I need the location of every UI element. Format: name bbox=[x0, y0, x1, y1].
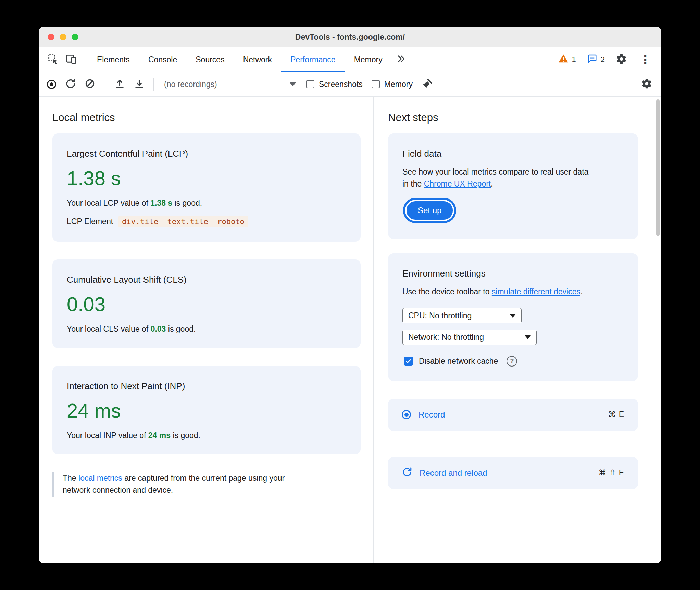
record-button[interactable] bbox=[47, 80, 56, 89]
field-data-body-suffix: . bbox=[491, 179, 493, 188]
record-reload-shortcut: ⌘ ⇧ E bbox=[599, 468, 624, 477]
clear-button[interactable] bbox=[85, 78, 95, 90]
close-window-button[interactable] bbox=[48, 34, 54, 40]
save-profile-button[interactable] bbox=[134, 78, 145, 90]
screenshots-label[interactable]: Screenshots bbox=[319, 80, 363, 89]
memory-checkbox[interactable] bbox=[372, 80, 380, 88]
memory-checkbox-group: Memory bbox=[372, 80, 413, 89]
block-icon bbox=[85, 78, 95, 90]
network-throttling-select[interactable]: Network: No throttling bbox=[402, 330, 537, 345]
lcp-element-node-link[interactable]: div.tile__text.tile__roboto bbox=[118, 216, 248, 227]
inp-card: Interaction to Next Paint (INP) 24 ms Yo… bbox=[52, 366, 361, 454]
warnings-indicator[interactable]: 1 bbox=[558, 53, 576, 66]
titlebar: DevTools - fonts.google.com/ bbox=[39, 27, 661, 47]
devtools-settings-button[interactable] bbox=[616, 53, 627, 66]
inspect-element-button[interactable] bbox=[43, 50, 62, 69]
chrome-ux-report-link[interactable]: Chrome UX Report bbox=[424, 179, 491, 188]
cls-title: Cumulative Layout Shift (CLS) bbox=[67, 274, 346, 285]
field-data-card: Field data See how your local metrics co… bbox=[388, 133, 638, 239]
chevron-down-icon bbox=[510, 314, 516, 318]
lcp-desc-value: 1.38 s bbox=[150, 198, 172, 207]
environment-body-suffix: . bbox=[580, 287, 583, 296]
environment-settings-title: Environment settings bbox=[402, 268, 624, 279]
lcp-title: Largest Contentful Paint (LCP) bbox=[67, 149, 346, 159]
more-options-button[interactable]: ⋮ bbox=[638, 54, 652, 65]
gear-icon bbox=[641, 78, 652, 91]
more-tabs-button[interactable] bbox=[392, 50, 410, 69]
local-metrics-footnote: The local metrics are captured from the … bbox=[52, 472, 306, 497]
recordings-select[interactable]: (no recordings) bbox=[163, 79, 297, 90]
inp-desc-suffix: is good. bbox=[171, 431, 200, 440]
memory-label[interactable]: Memory bbox=[384, 80, 413, 89]
devtools-window: DevTools - fonts.google.com/ Elements Co… bbox=[39, 27, 661, 563]
lcp-element-row: LCP Element div.tile__text.tile__roboto bbox=[67, 216, 346, 227]
performance-panel-content: Local metrics Largest Contentful Paint (… bbox=[39, 97, 661, 563]
cpu-throttling-select[interactable]: CPU: No throttling bbox=[402, 308, 522, 323]
inp-value: 24 ms bbox=[67, 400, 346, 421]
zoom-window-button[interactable] bbox=[72, 34, 78, 40]
record-radio-dot bbox=[404, 413, 409, 417]
screenshots-checkbox[interactable] bbox=[306, 80, 314, 88]
environment-settings-body: Use the device toolbar to simulate diffe… bbox=[402, 286, 589, 298]
local-metrics-link[interactable]: local metrics bbox=[78, 474, 122, 483]
lcp-element-label: LCP Element bbox=[67, 217, 113, 226]
help-icon[interactable]: ? bbox=[507, 356, 517, 367]
scrollbar-thumb[interactable] bbox=[656, 99, 660, 236]
chevron-double-right-icon bbox=[396, 54, 406, 65]
tab-network[interactable]: Network bbox=[234, 47, 281, 72]
tab-memory[interactable]: Memory bbox=[345, 47, 392, 72]
reload-and-record-button[interactable] bbox=[65, 78, 76, 90]
window-title: DevTools - fonts.google.com/ bbox=[295, 33, 405, 42]
capture-settings-button[interactable] bbox=[641, 78, 652, 91]
warning-icon bbox=[558, 53, 568, 66]
minimize-window-button[interactable] bbox=[60, 34, 66, 40]
tab-elements[interactable]: Elements bbox=[88, 47, 139, 72]
checkmark-icon bbox=[405, 358, 412, 364]
tab-sources[interactable]: Sources bbox=[186, 47, 234, 72]
toolbar-separator bbox=[153, 78, 154, 91]
inp-description: Your local INP value of 24 ms is good. bbox=[67, 431, 346, 440]
tab-console[interactable]: Console bbox=[139, 47, 186, 72]
lcp-desc-prefix: Your local LCP value of bbox=[67, 198, 150, 207]
issues-indicator[interactable]: 2 bbox=[587, 53, 605, 66]
upload-icon bbox=[114, 78, 125, 90]
collect-garbage-button[interactable] bbox=[422, 78, 433, 91]
cpu-throttling-value: CPU: No throttling bbox=[408, 311, 472, 320]
cls-description: Your local CLS value of 0.03 is good. bbox=[67, 324, 346, 334]
cls-desc-suffix: is good. bbox=[166, 324, 196, 333]
record-and-reload-action-card[interactable]: Record and reload ⌘ ⇧ E bbox=[388, 457, 638, 489]
simulate-devices-link[interactable]: simulate different devices bbox=[492, 287, 580, 296]
load-profile-button[interactable] bbox=[114, 78, 125, 90]
environment-settings-card: Environment settings Use the device tool… bbox=[388, 253, 638, 381]
local-metrics-heading: Local metrics bbox=[52, 112, 373, 124]
cls-value: 0.03 bbox=[67, 294, 346, 315]
next-steps-pane: Next steps Field data See how your local… bbox=[374, 97, 661, 563]
tabbar-separator bbox=[84, 54, 84, 65]
warning-count: 1 bbox=[572, 55, 576, 64]
cls-desc-value: 0.03 bbox=[151, 324, 166, 333]
footnote-prefix: The bbox=[63, 474, 78, 483]
device-toolbar-button[interactable] bbox=[62, 50, 80, 69]
traffic-lights bbox=[48, 27, 78, 47]
record-action-label: Record bbox=[418, 410, 445, 420]
device-toolbar-icon bbox=[65, 53, 77, 66]
chevron-down-icon bbox=[290, 82, 296, 86]
inp-title: Interaction to Next Paint (INP) bbox=[67, 381, 346, 392]
record-radio-icon bbox=[402, 410, 411, 419]
disable-cache-label[interactable]: Disable network cache bbox=[419, 357, 498, 366]
gear-icon bbox=[616, 53, 627, 66]
reload-icon bbox=[402, 467, 412, 479]
set-up-button[interactable]: Set up bbox=[407, 201, 453, 220]
inp-desc-value: 24 ms bbox=[148, 431, 171, 440]
lcp-card: Largest Contentful Paint (LCP) 1.38 s Yo… bbox=[52, 133, 361, 242]
tab-performance[interactable]: Performance bbox=[281, 47, 345, 72]
field-data-title: Field data bbox=[402, 149, 624, 159]
chevron-down-icon bbox=[525, 335, 531, 339]
record-action-card[interactable]: Record ⌘ E bbox=[388, 399, 638, 431]
screenshots-checkbox-group: Screenshots bbox=[306, 80, 363, 89]
network-throttling-value: Network: No throttling bbox=[408, 333, 484, 342]
field-data-body: See how your local metrics compare to re… bbox=[402, 166, 589, 190]
local-metrics-pane: Local metrics Largest Contentful Paint (… bbox=[39, 97, 373, 563]
disable-cache-checkbox[interactable] bbox=[404, 357, 413, 366]
lcp-desc-suffix: is good. bbox=[172, 198, 202, 207]
